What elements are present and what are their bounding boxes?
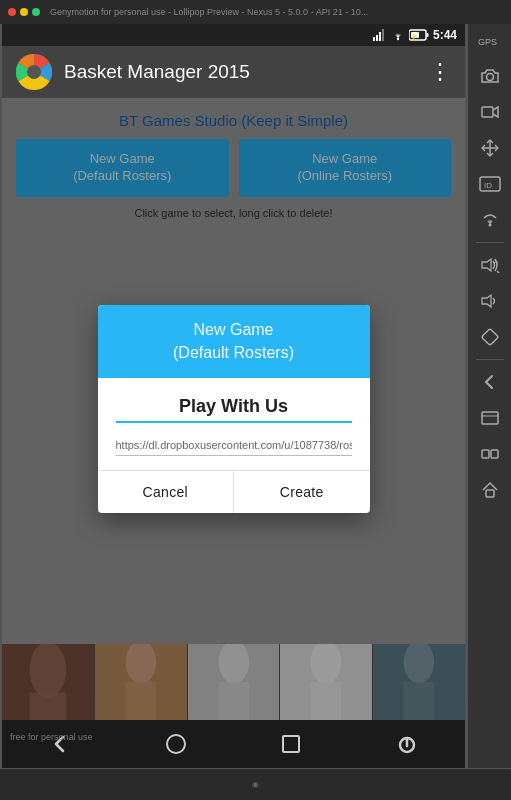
dialog-cancel-button[interactable]: Cancel: [98, 471, 235, 513]
camera-icon[interactable]: [474, 60, 506, 92]
video-icon[interactable]: [474, 96, 506, 128]
svg-point-29: [486, 74, 493, 81]
battery-icon: ⚡: [409, 29, 429, 41]
app-bar: Basket Manager 2015 ⋮: [2, 46, 465, 98]
svg-line-37: [497, 271, 499, 273]
status-time: 5:44: [433, 28, 457, 42]
svg-rect-3: [382, 29, 384, 41]
svg-rect-0: [373, 37, 375, 41]
svg-text:⚡: ⚡: [410, 33, 418, 41]
close-dot[interactable]: [8, 8, 16, 16]
maximize-dot[interactable]: [32, 8, 40, 16]
app-menu-button[interactable]: ⋮: [429, 59, 451, 85]
main-content: BT Games Studio (Keep it Simple) New Gam…: [2, 98, 465, 720]
nav-recents-button[interactable]: [273, 726, 309, 762]
main-area: ⚡ 5:44: [0, 24, 511, 768]
svg-text:GPS: GPS: [478, 37, 497, 47]
dialog-actions: Cancel Create: [98, 470, 370, 513]
bottom-left: ◉: [252, 780, 259, 789]
dialog: New Game (Default Rosters) Play With Us: [98, 305, 370, 513]
id-icon[interactable]: ID: [474, 168, 506, 200]
svg-rect-43: [482, 450, 489, 458]
svg-rect-41: [482, 412, 498, 424]
bottom-bar: ◉: [0, 768, 511, 800]
genymotion-titlebar: Genymotion for personal use - Lollipop P…: [0, 0, 511, 24]
svg-text:+: +: [494, 258, 499, 267]
svg-rect-40: [481, 329, 498, 346]
svg-rect-44: [491, 450, 498, 458]
apps-panel-icon[interactable]: [474, 438, 506, 470]
volume-up-icon[interactable]: +: [474, 249, 506, 281]
dialog-game-name: Play With Us: [116, 396, 352, 417]
app-logo: [16, 54, 52, 90]
app-title: Basket Manager 2015: [64, 61, 417, 83]
svg-point-35: [488, 224, 491, 227]
nav-power-button[interactable]: [389, 726, 425, 762]
gps-icon: GPS: [476, 32, 504, 48]
volume-down-icon[interactable]: [474, 285, 506, 317]
svg-rect-2: [379, 32, 381, 41]
svg-point-4: [397, 38, 399, 40]
signal-icon: [373, 29, 387, 41]
divider-1: [476, 242, 504, 243]
dialog-url-input[interactable]: [116, 435, 352, 456]
dialog-create-button[interactable]: Create: [234, 471, 370, 513]
dialog-header: New Game (Default Rosters): [98, 305, 370, 378]
status-bar: ⚡ 5:44: [2, 24, 465, 46]
window-panel-icon[interactable]: [474, 402, 506, 434]
wifi-icon: [391, 29, 405, 41]
home-icon: [166, 734, 186, 754]
divider-2: [476, 359, 504, 360]
move-icon[interactable]: [474, 132, 506, 164]
svg-point-10: [27, 65, 41, 79]
dialog-overlay: New Game (Default Rosters) Play With Us: [2, 98, 465, 720]
svg-marker-36: [482, 259, 491, 271]
side-controls-panel: GPS: [467, 24, 511, 768]
nav-bar: free for personal use: [2, 720, 465, 768]
device-frame: Genymotion for personal use - Lollipop P…: [0, 0, 511, 800]
phone-body: ⚡ 5:44: [0, 24, 467, 768]
rotate-icon[interactable]: [474, 321, 506, 353]
svg-rect-30: [482, 107, 493, 117]
back-panel-icon[interactable]: [474, 366, 506, 398]
svg-rect-6: [426, 33, 428, 37]
minimize-dot[interactable]: [20, 8, 28, 16]
svg-marker-39: [482, 295, 491, 307]
recents-icon: [282, 735, 300, 753]
dialog-body: Play With Us: [98, 378, 370, 456]
dialog-header-title: New Game (Default Rosters): [116, 319, 352, 364]
power-icon: [397, 733, 417, 755]
window-title: Genymotion for personal use - Lollipop P…: [50, 7, 368, 17]
gps-label: GPS: [476, 32, 504, 52]
svg-rect-1: [376, 35, 378, 41]
dialog-underline: [116, 421, 352, 423]
home-panel-icon[interactable]: [474, 474, 506, 506]
free-text: free for personal use: [10, 732, 93, 742]
svg-text:ID: ID: [484, 181, 492, 190]
phone-screen: ⚡ 5:44: [2, 24, 465, 768]
svg-rect-45: [486, 490, 494, 497]
nav-home-button[interactable]: [158, 726, 194, 762]
wifi-panel-icon[interactable]: [474, 204, 506, 236]
